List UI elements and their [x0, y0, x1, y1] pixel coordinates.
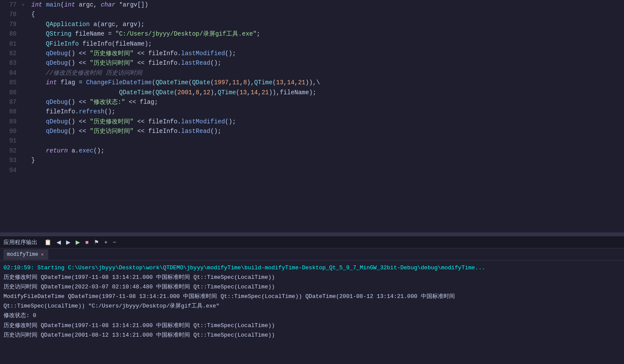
line-number-85: 85	[0, 78, 22, 87]
code-line-91: 91	[0, 136, 624, 146]
code-token: ,	[284, 79, 287, 86]
fold-icon-77[interactable]: v	[22, 0, 28, 10]
code-token: ()	[68, 50, 79, 57]
code-line-85: 85 int flag = ChangeFileDateTime(QDateTi…	[0, 78, 624, 87]
back-icon-btn[interactable]: ◀	[55, 238, 63, 246]
bottom-panel: 应用程序输出 📋 ◀ ▶ ▶ ■ ⚑ + − modifyTime ✕ 02:1…	[0, 236, 624, 364]
fold-icon-89	[22, 117, 28, 126]
fold-icon-78	[22, 10, 28, 19]
code-token: 21	[298, 79, 305, 86]
code-token: qDebug	[46, 50, 68, 57]
code-token	[31, 69, 46, 76]
code-token: a.	[68, 147, 79, 154]
horizontal-scrollbar[interactable]	[0, 232, 624, 236]
output-line: ModifyFileDateTime QDateTime(1997-11-08 …	[3, 292, 621, 301]
add-icon-btn[interactable]: +	[103, 238, 110, 246]
code-token: QTime	[254, 79, 273, 86]
code-token: ,	[247, 89, 250, 96]
code-token: "历史访问时间"	[90, 60, 133, 66]
stop-icon-btn[interactable]: ■	[83, 238, 90, 246]
code-token	[133, 50, 137, 57]
code-token	[31, 79, 46, 86]
fold-icon-86	[22, 88, 28, 97]
line-content-83: qDebug() << "历史访问时间" << fileInfo.lastRea…	[28, 58, 624, 68]
code-token: ();	[93, 147, 104, 154]
code-line-94: 94	[0, 165, 624, 175]
fold-icon-81	[22, 39, 28, 49]
line-number-87: 87	[0, 97, 22, 107]
tab-close-icon[interactable]: ✕	[40, 251, 45, 257]
line-content-78: {	[28, 10, 624, 19]
code-token	[31, 118, 46, 125]
line-number-89: 89	[0, 117, 22, 126]
code-token: lastRead	[181, 128, 210, 135]
panel-title: 应用程序输出	[3, 238, 37, 246]
fold-icon-80	[22, 29, 28, 39]
line-content-87: qDebug() << "修改状态:" << flag;	[28, 97, 624, 107]
code-token: 8	[243, 79, 247, 86]
line-content-80: QString fileName = "C:/Users/jbyyy/Deskt…	[28, 29, 624, 39]
code-line-86: 86 QDateTime(QDate(2001,8,12),QTime(13,1…	[0, 88, 624, 97]
output-line: 02:10:59: Starting C:\Users\jbyyy\Deskto…	[3, 263, 621, 273]
code-token: char	[101, 1, 116, 8]
code-token: (	[210, 79, 214, 86]
line-number-82: 82	[0, 49, 22, 58]
fold-icon-84	[22, 68, 28, 78]
line-number-84: 84	[0, 68, 22, 78]
code-token	[31, 147, 46, 154]
code-token: 14	[250, 89, 258, 96]
code-token: qDebug	[46, 60, 68, 66]
code-token: "历史访问时间"	[90, 128, 133, 135]
line-content-88: fileInfo.refresh();	[28, 107, 624, 116]
code-token: "历史修改时间"	[90, 50, 133, 57]
filter-icon-btn[interactable]: ⚑	[92, 238, 101, 246]
code-token: lastModified	[181, 50, 225, 57]
code-token: "C:/Users/jbyyy/Desktop/录屏gif工具.exe"	[115, 30, 257, 37]
code-token: <<	[129, 99, 136, 106]
code-token: main	[46, 1, 61, 8]
panel-header: 应用程序输出 📋 ◀ ▶ ▶ ■ ⚑ + −	[0, 236, 624, 248]
code-token: ,	[229, 79, 232, 86]
code-token: (	[152, 79, 155, 86]
line-number-81: 81	[0, 39, 22, 49]
code-token: qDebug	[46, 118, 68, 125]
line-number-91: 91	[0, 136, 22, 146]
code-token: (	[236, 89, 240, 96]
code-token: 12	[203, 89, 210, 96]
code-token	[31, 99, 46, 106]
code-token	[133, 60, 137, 66]
panel-output[interactable]: 02:10:59: Starting C:\Users\jbyyy\Deskto…	[0, 261, 624, 364]
code-token: 13	[276, 79, 284, 86]
remove-icon-btn[interactable]: −	[111, 238, 118, 246]
fold-icon-82	[22, 49, 28, 58]
code-token: ()	[68, 128, 79, 135]
tab-label: modifyTime	[7, 251, 38, 258]
code-token: fileInfo(fileName);	[79, 40, 152, 47]
code-line-84: 84 //修改历史修改时间 历史访问时间	[0, 68, 624, 78]
code-token: <<	[137, 60, 145, 66]
code-token: qDebug	[46, 128, 68, 135]
code-line-83: 83 qDebug() << "历史访问时间" << fileInfo.last…	[0, 58, 624, 68]
output-tab[interactable]: modifyTime ✕	[3, 249, 48, 260]
code-token: QDate	[192, 79, 210, 86]
code-token: fileInfo.	[145, 50, 181, 57]
copy-icon-btn[interactable]: 📋	[43, 238, 53, 246]
line-number-80: 80	[0, 29, 22, 39]
code-token: ),	[247, 79, 254, 86]
fold-icon-93	[22, 156, 28, 165]
fold-icon-79	[22, 20, 28, 29]
code-token: //修改历史修改时间 历史访问时间	[46, 69, 142, 76]
code-token: return	[46, 147, 68, 154]
line-content-93: }	[28, 156, 624, 165]
code-line-88: 88 fileInfo.refresh();	[0, 107, 624, 116]
code-token: (	[273, 79, 276, 86]
code-token: qDebug	[46, 99, 68, 106]
code-line-87: 87 qDebug() << "修改状态:" << flag;	[0, 97, 624, 107]
code-token	[42, 1, 46, 8]
line-number-77: 77	[0, 0, 22, 10]
fold-icon-83	[22, 58, 28, 68]
code-token	[133, 118, 137, 125]
line-number-93: 93	[0, 156, 22, 165]
run-icon-btn[interactable]: ▶	[74, 238, 82, 246]
forward-icon-btn[interactable]: ▶	[64, 238, 72, 246]
